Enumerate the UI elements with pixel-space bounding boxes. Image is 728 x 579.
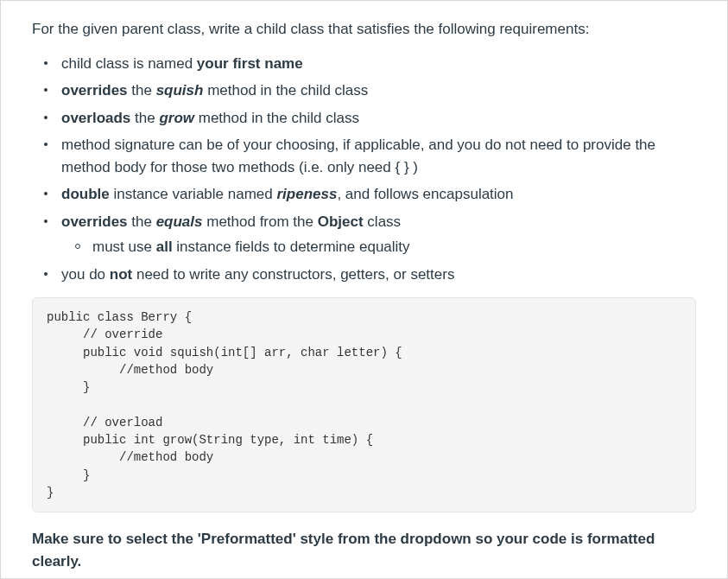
list-item: double instance variable named ripeness,…: [56, 183, 696, 206]
bold-italic-text: grow: [159, 110, 194, 126]
text: class: [364, 213, 401, 230]
question-content: For the given parent class, write a chil…: [0, 0, 728, 579]
text: method in the child class: [194, 110, 359, 126]
bold-italic-text: ripeness: [276, 186, 337, 202]
footer-instruction: Make sure to select the 'Preformatted' s…: [32, 528, 696, 572]
text: method in the child class: [203, 82, 368, 99]
code-block: public class Berry { // override public …: [32, 297, 696, 512]
list-item: you do not need to write any constructor…: [56, 264, 696, 286]
text: child class is named: [61, 55, 197, 72]
text: you do: [61, 266, 110, 283]
bold-italic-text: equals: [156, 213, 203, 230]
text: , and follows encapsulation: [337, 186, 513, 202]
text: instance fields to determine equality: [173, 239, 410, 255]
list-item: overloads the grow method in the child c…: [56, 107, 696, 130]
bold-text: overrides: [61, 82, 128, 99]
requirements-list: child class is named your first name ove…: [32, 53, 696, 286]
list-item: method signature can be of your choosing…: [56, 134, 696, 178]
bold-text: not: [110, 266, 132, 283]
text: method from the: [203, 213, 318, 230]
text: instance variable named: [110, 186, 277, 202]
bold-text: your first name: [197, 55, 303, 72]
bold-text: Object: [318, 213, 364, 230]
text: must use: [92, 239, 156, 255]
text: need to write any constructors, getters,…: [132, 266, 454, 283]
intro-paragraph: For the given parent class, write a chil…: [32, 18, 696, 41]
list-item: overrides the equals method from the Obj…: [56, 211, 696, 258]
bold-text: all: [156, 239, 173, 255]
list-item: must use all instance fields to determin…: [87, 236, 696, 258]
bold-text: overloads: [61, 110, 130, 126]
sub-list: must use all instance fields to determin…: [61, 236, 696, 258]
text: method signature can be of your choosing…: [61, 137, 655, 175]
text: the: [128, 213, 156, 230]
bold-text: double: [61, 186, 110, 202]
list-item: child class is named your first name: [56, 53, 696, 75]
text: the: [130, 110, 159, 126]
text: the: [128, 82, 156, 99]
bold-italic-text: squish: [156, 82, 204, 99]
bold-text: overrides: [61, 213, 128, 230]
list-item: overrides the squish method in the child…: [56, 80, 696, 102]
